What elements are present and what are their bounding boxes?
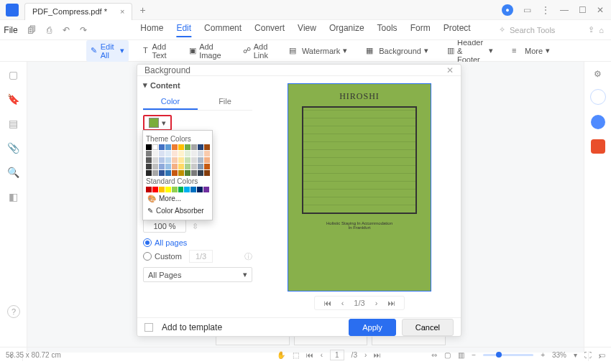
opacity-input[interactable]: 100 % — [143, 220, 186, 233]
pages-select-label: All Pages — [148, 271, 181, 279]
tab-convert[interactable]: Convert — [254, 23, 285, 37]
subtab-color[interactable]: Color — [143, 94, 198, 110]
file-menu[interactable]: File — [0, 25, 22, 35]
sliders-icon[interactable]: ⚙ — [594, 69, 602, 79]
cancel-button[interactable]: Cancel — [402, 319, 454, 336]
text-icon: T — [143, 46, 149, 56]
zoom-out-icon[interactable]: − — [472, 351, 476, 359]
share-icon[interactable]: ⇪ — [588, 25, 594, 34]
ai-assistant-icon[interactable] — [591, 115, 605, 129]
kebab-menu-icon[interactable]: ⋮ — [541, 5, 550, 15]
search-tools[interactable]: ✧ Search Tools ⇪ ⌂ — [499, 25, 611, 34]
add-link-button[interactable]: ☍Add Link — [239, 40, 275, 62]
tab-organize[interactable]: Organize — [329, 23, 364, 37]
floor-plan-image — [302, 106, 417, 214]
floating-chip[interactable] — [590, 89, 606, 105]
hand-tool-icon[interactable]: ✋ — [277, 351, 285, 359]
tab-tools[interactable]: Tools — [377, 23, 398, 37]
ribbon-tabs: Home Edit Comment Convert View Organize … — [140, 23, 470, 37]
edit-toolbar: ✎Edit All▾ TAdd Text ▣Add Image ☍Add Lin… — [0, 40, 611, 62]
tab-view[interactable]: View — [298, 23, 316, 37]
attachments-icon[interactable]: 📎 — [7, 142, 19, 154]
app-icon — [6, 4, 19, 17]
watermark-label: Watermark — [302, 47, 340, 55]
chevron-down-icon: ▾ — [424, 46, 428, 55]
tab-close-icon[interactable]: × — [120, 7, 124, 16]
maximize-icon[interactable]: ☐ — [579, 5, 587, 15]
print-icon[interactable]: ⎙ — [43, 24, 55, 36]
fullscreen-icon[interactable]: ⛶ — [584, 351, 592, 359]
custom-range-input[interactable]: 1/3 — [189, 250, 213, 263]
subtab-file[interactable]: File — [198, 94, 252, 110]
redo-icon[interactable]: ↷ — [78, 24, 89, 36]
page-last-icon[interactable]: ⏭ — [374, 351, 381, 359]
fit-width-icon[interactable]: ⇔ — [431, 351, 437, 359]
document-tab[interactable]: PDF_Compress.pdf * × — [24, 3, 132, 20]
dialog-title: Background — [144, 65, 190, 75]
tab-comment[interactable]: Comment — [204, 23, 242, 37]
watermark-button[interactable]: ▤Watermark▾ — [285, 44, 352, 58]
cloud-icon[interactable]: ⌂ — [599, 26, 604, 34]
next-page-icon[interactable]: › — [375, 299, 378, 307]
page-first-icon[interactable]: ⏮ — [306, 351, 313, 359]
first-page-icon[interactable]: ⏮ — [323, 299, 331, 307]
color-picker-button[interactable]: ▾ — [143, 115, 172, 131]
content-section[interactable]: ▾Content — [143, 80, 252, 90]
thumbnails-icon[interactable]: ▢ — [9, 69, 18, 80]
outline-icon[interactable]: ▤ — [9, 118, 18, 129]
more-colors-item[interactable]: 🎨More... — [146, 192, 209, 205]
tab-protect[interactable]: Protect — [444, 23, 471, 37]
new-tab-button[interactable]: + — [139, 4, 145, 16]
theme-swatch-grid[interactable] — [146, 144, 209, 176]
dialog-close-icon[interactable]: ✕ — [446, 65, 454, 75]
page-prev-icon[interactable]: ‹ — [321, 351, 323, 359]
sparkle-icon: ✧ — [499, 25, 505, 34]
read-mode-icon[interactable]: ▭ — [599, 351, 605, 359]
add-image-button[interactable]: ▣Add Image — [185, 40, 229, 62]
custom-radio[interactable]: Custom 1/3 ⓘ — [143, 250, 252, 263]
color-wheel-icon: 🎨 — [147, 195, 156, 202]
pages-select[interactable]: All Pages▾ — [143, 267, 252, 282]
tab-form[interactable]: Form — [410, 23, 431, 37]
chevron-down-icon[interactable]: ▾ — [574, 351, 577, 359]
info-icon[interactable]: ⓘ — [244, 251, 252, 262]
zoom-in-icon[interactable]: + — [541, 351, 545, 359]
all-pages-radio[interactable]: All pages — [143, 238, 252, 247]
tab-home[interactable]: Home — [140, 23, 163, 37]
help-icon[interactable]: ? — [7, 305, 20, 318]
stepper-icon[interactable]: ⇳ — [192, 222, 198, 231]
header-icon: ▥ — [447, 46, 454, 56]
chevron-down-icon: ▾ — [120, 46, 124, 55]
window-extra-icon[interactable]: ▭ — [523, 5, 531, 15]
standard-swatch-row[interactable] — [146, 187, 209, 192]
save-icon[interactable]: 🗐 — [26, 24, 37, 36]
add-template-checkbox[interactable] — [144, 323, 153, 332]
radio-icon — [143, 252, 152, 261]
search-panel-icon[interactable]: 🔍 — [7, 167, 19, 178]
tab-edit[interactable]: Edit — [176, 23, 191, 37]
more-button[interactable]: ≡More▾ — [507, 44, 554, 58]
fit-page-icon[interactable]: ▢ — [444, 351, 451, 359]
close-window-icon[interactable]: ✕ — [597, 5, 604, 15]
more-label: More — [525, 47, 543, 55]
view-mode-icon[interactable]: ▥ — [458, 351, 464, 359]
add-text-button[interactable]: TAdd Text — [139, 40, 175, 62]
page-input[interactable]: 1 — [330, 350, 344, 360]
minimize-icon[interactable]: — — [560, 5, 569, 15]
user-avatar[interactable]: ● — [502, 4, 513, 16]
background-button[interactable]: ▦Background▾ — [362, 44, 433, 58]
undo-icon[interactable]: ↶ — [60, 24, 72, 36]
prev-page-icon[interactable]: ‹ — [341, 299, 344, 307]
layers-icon[interactable]: ◧ — [9, 191, 18, 202]
zoom-slider[interactable] — [483, 354, 533, 356]
ai-tool-icon[interactable] — [591, 139, 605, 154]
preview-subtitle: Holistic Staying In Accommodation In Fra… — [326, 221, 392, 230]
page-next-icon[interactable]: › — [364, 351, 367, 359]
select-tool-icon[interactable]: ⬚ — [293, 351, 299, 359]
last-page-icon[interactable]: ⏭ — [387, 299, 395, 307]
apply-button[interactable]: Apply — [349, 319, 396, 336]
color-absorber-item[interactable]: ✎Color Absorber — [146, 205, 209, 217]
edit-all-button[interactable]: ✎Edit All▾ — [86, 40, 129, 62]
radio-icon — [143, 238, 152, 247]
bookmarks-icon[interactable]: 🔖 — [7, 93, 19, 105]
